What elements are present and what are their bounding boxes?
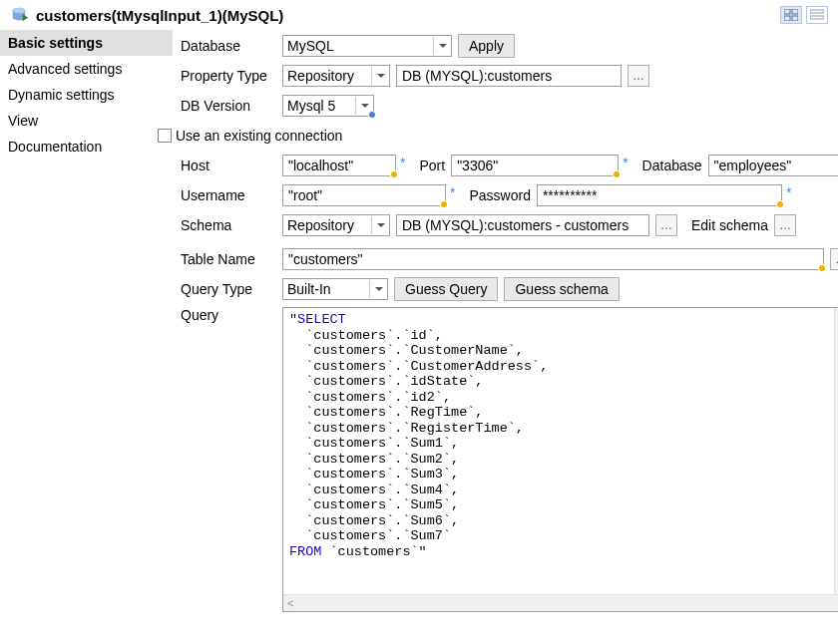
svg-rect-3 <box>792 9 798 14</box>
table-name-label: Table Name <box>181 251 282 267</box>
chevron-down-icon <box>355 97 369 115</box>
port-label: Port <box>419 158 445 173</box>
property-type-select[interactable]: Repository <box>282 65 390 87</box>
db-version-label: DB Version <box>181 98 282 114</box>
chevron-down-icon <box>369 280 383 298</box>
schema-value: Repository <box>287 217 354 233</box>
vertical-scrollbar[interactable]: ˄ ˅ <box>834 308 838 594</box>
database-label: Database <box>181 38 282 54</box>
password-field[interactable]: ********** <box>537 184 782 206</box>
chevron-down-icon <box>433 37 447 55</box>
svg-point-1 <box>13 8 26 13</box>
sidebar-item-dynamic-settings[interactable]: Dynamic settings <box>0 82 173 108</box>
query-type-select[interactable]: Built-In <box>282 278 388 300</box>
body: Basic settings Advanced settings Dynamic… <box>0 30 838 624</box>
property-type-value: Repository <box>287 68 354 84</box>
table-name-browse-button[interactable]: … <box>830 248 838 270</box>
guess-schema-button[interactable]: Guess schema <box>504 277 619 301</box>
required-icon: * <box>400 155 405 170</box>
checkbox-box <box>158 129 172 143</box>
chevron-down-icon <box>371 67 385 85</box>
database-icon <box>10 6 28 24</box>
view-list-button[interactable] <box>806 6 828 24</box>
svg-rect-5 <box>792 16 798 21</box>
svg-rect-4 <box>784 16 790 21</box>
sidebar-item-documentation[interactable]: Documentation <box>0 134 173 160</box>
view-form-button[interactable] <box>780 6 802 24</box>
database-select-value: MySQL <box>287 38 334 54</box>
svg-rect-2 <box>784 9 790 14</box>
use-existing-checkbox[interactable]: Use an existing connection <box>158 128 342 144</box>
database-field[interactable]: "employees" <box>708 155 838 176</box>
query-type-value: Built-In <box>287 281 331 297</box>
table-name-field[interactable]: "customers" <box>282 248 824 270</box>
query-label: Query <box>181 307 282 323</box>
header-view-buttons <box>780 6 828 24</box>
apply-button[interactable]: Apply <box>458 34 515 58</box>
required-icon: * <box>623 155 628 170</box>
main-panel: Database MySQL Apply Property Type Repos… <box>173 30 838 624</box>
edit-schema-button[interactable]: … <box>774 214 796 236</box>
schema-select[interactable]: Repository <box>282 214 390 236</box>
sidebar-item-view[interactable]: View <box>0 108 173 134</box>
header-title: customers(tMysqlInput_1)(MySQL) <box>36 7 283 24</box>
username-label: Username <box>181 187 282 203</box>
property-type-label: Property Type <box>181 68 282 84</box>
required-icon: * <box>450 184 455 200</box>
db-version-select[interactable]: Mysql 5 <box>282 95 374 117</box>
schema-browse-button[interactable]: … <box>655 214 677 236</box>
required-icon: * <box>786 184 791 200</box>
guess-query-button[interactable]: Guess Query <box>394 277 498 301</box>
svg-rect-7 <box>810 16 824 19</box>
sidebar-item-basic-settings[interactable]: Basic settings <box>0 30 173 56</box>
username-field[interactable]: "root" <box>282 184 446 206</box>
host-label: Host <box>181 158 282 173</box>
host-field[interactable]: "localhost" <box>282 155 396 176</box>
query-type-label: Query Type <box>181 281 282 297</box>
property-browse-button[interactable]: … <box>628 65 649 87</box>
database-select[interactable]: MySQL <box>282 35 452 57</box>
chevron-down-icon <box>371 216 385 234</box>
db-version-value: Mysql 5 <box>287 98 335 114</box>
header-left: customers(tMysqlInput_1)(MySQL) <box>10 6 283 24</box>
scroll-left-icon: < <box>287 597 293 609</box>
port-field[interactable]: "3306" <box>451 155 619 176</box>
horizontal-scrollbar[interactable]: < > <box>283 594 838 611</box>
database-field-label: Database <box>642 158 702 173</box>
edit-schema-label: Edit schema <box>691 217 768 233</box>
query-textarea[interactable]: "SELECT `customers`.`id`, `customers`.`C… <box>282 307 838 612</box>
use-existing-label: Use an existing connection <box>176 128 342 144</box>
schema-label: Schema <box>181 217 282 233</box>
property-repo-field[interactable]: DB (MYSQL):customers <box>396 65 622 87</box>
query-content: "SELECT `customers`.`id`, `customers`.`C… <box>283 308 838 594</box>
sidebar-item-advanced-settings[interactable]: Advanced settings <box>0 56 173 82</box>
sidebar: Basic settings Advanced settings Dynamic… <box>0 30 173 624</box>
schema-repo-field[interactable]: DB (MYSQL):customers - customers <box>396 214 649 236</box>
svg-rect-6 <box>810 10 824 13</box>
header: customers(tMysqlInput_1)(MySQL) <box>0 0 838 30</box>
password-label: Password <box>469 187 530 203</box>
